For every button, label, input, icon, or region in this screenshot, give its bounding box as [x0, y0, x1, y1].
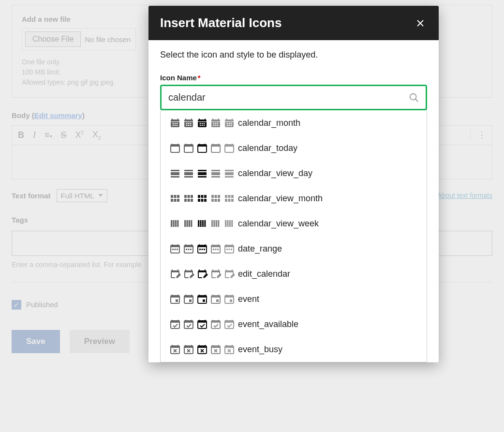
calendar_view_month-icon[interactable] — [196, 193, 208, 204]
svg-rect-115 — [215, 195, 217, 198]
icon-result-calendar_view_month[interactable]: calendar_view_month — [161, 186, 427, 211]
event_available-icon[interactable] — [196, 318, 208, 330]
calendar_month-icon[interactable] — [183, 117, 194, 129]
edit_calendar-icon[interactable] — [210, 268, 222, 280]
event_available-icon[interactable] — [183, 318, 194, 330]
svg-rect-83 — [198, 170, 207, 171]
event-icon[interactable] — [169, 293, 181, 305]
edit_calendar-icon[interactable] — [183, 268, 194, 280]
edit_calendar-icon[interactable] — [169, 268, 181, 280]
date_range-icon[interactable] — [223, 243, 235, 254]
icon-result-edit_calendar[interactable]: edit_calendar — [161, 261, 427, 286]
calendar_month-icon[interactable] — [223, 117, 235, 129]
calendar_today-icon[interactable] — [169, 142, 181, 154]
svg-rect-81 — [184, 172, 193, 175]
icon-result-label: event_available — [238, 319, 298, 330]
calendar_view_week-icon[interactable] — [196, 218, 208, 229]
calendar_view_day-icon[interactable] — [210, 167, 222, 179]
calendar_view_day-icon[interactable] — [196, 167, 208, 179]
svg-point-19 — [188, 123, 190, 124]
calendar_view_day-icon[interactable] — [223, 167, 235, 179]
icon-result-calendar_month[interactable]: calendar_month — [161, 110, 427, 135]
event_available-icon[interactable] — [169, 318, 181, 330]
svg-rect-228 — [205, 320, 206, 322]
calendar_view_day-icon[interactable] — [169, 167, 181, 179]
svg-rect-130 — [177, 220, 178, 227]
svg-rect-138 — [204, 220, 206, 227]
calendar_view_day-icon[interactable] — [183, 167, 194, 179]
calendar_view_month-icon[interactable] — [183, 193, 194, 204]
svg-rect-248 — [205, 345, 206, 347]
svg-point-10 — [173, 125, 174, 126]
svg-rect-136 — [200, 220, 201, 227]
svg-rect-163 — [199, 244, 200, 246]
edit_calendar-icon[interactable] — [196, 268, 208, 280]
date_range-icon[interactable] — [183, 243, 194, 254]
search-input[interactable] — [162, 86, 402, 109]
svg-rect-114 — [211, 195, 214, 198]
event_available-icon[interactable] — [210, 318, 222, 330]
svg-rect-85 — [198, 176, 207, 178]
icon-result-event[interactable]: event — [161, 286, 427, 312]
svg-rect-141 — [216, 220, 217, 227]
event-icon[interactable] — [223, 293, 235, 305]
svg-rect-5 — [178, 119, 178, 120]
calendar_view_month-icon[interactable] — [169, 193, 181, 204]
calendar_today-icon[interactable] — [183, 142, 194, 154]
close-icon[interactable] — [414, 16, 427, 30]
icon-result-calendar_view_day[interactable]: calendar_view_day — [161, 161, 427, 186]
svg-rect-145 — [229, 220, 231, 227]
search-icon[interactable] — [402, 92, 426, 103]
svg-rect-118 — [215, 199, 217, 202]
event_busy-icon[interactable] — [223, 343, 235, 355]
svg-rect-252 — [218, 345, 219, 347]
icon-result-date_range[interactable]: date_range — [161, 236, 427, 261]
event_busy-icon[interactable] — [196, 343, 208, 355]
svg-point-45 — [217, 125, 219, 126]
date_range-icon[interactable] — [210, 243, 222, 254]
event_available-icon[interactable] — [223, 318, 235, 330]
event_busy-icon[interactable] — [183, 343, 194, 355]
icon-search-field[interactable] — [160, 85, 427, 110]
svg-rect-235 — [226, 320, 227, 322]
svg-rect-173 — [215, 249, 217, 250]
calendar_view_week-icon[interactable] — [169, 218, 181, 229]
calendar_today-icon[interactable] — [196, 142, 208, 154]
calendar_view_week-icon[interactable] — [210, 218, 222, 229]
svg-rect-78 — [171, 172, 179, 175]
svg-rect-4 — [172, 119, 173, 120]
calendar_today-icon[interactable] — [210, 142, 222, 154]
event-icon[interactable] — [196, 293, 208, 305]
svg-point-8 — [175, 123, 176, 124]
svg-rect-84 — [198, 172, 207, 175]
svg-rect-82 — [184, 176, 193, 178]
svg-rect-26 — [199, 119, 200, 120]
icon-result-calendar_today[interactable]: calendar_today — [161, 135, 427, 161]
calendar_month-icon[interactable] — [196, 117, 208, 129]
calendar_view_week-icon[interactable] — [223, 218, 235, 229]
calendar_month-icon[interactable] — [210, 117, 222, 129]
svg-rect-185 — [191, 269, 192, 271]
date_range-icon[interactable] — [196, 243, 208, 254]
svg-point-53 — [231, 123, 232, 124]
event-icon[interactable] — [183, 293, 194, 305]
svg-rect-140 — [213, 220, 215, 227]
icon-result-event_busy[interactable]: event_busy — [161, 337, 427, 362]
calendar_view_week-icon[interactable] — [183, 218, 194, 229]
calendar_month-icon[interactable] — [169, 117, 181, 129]
event-icon[interactable] — [210, 293, 222, 305]
svg-rect-38 — [218, 119, 219, 120]
calendar_view_month-icon[interactable] — [223, 193, 235, 204]
svg-rect-179 — [226, 249, 228, 250]
icon-result-calendar_view_week[interactable]: calendar_view_week — [161, 211, 427, 236]
event_busy-icon[interactable] — [169, 343, 181, 355]
calendar_view_month-icon[interactable] — [210, 193, 222, 204]
icon-result-event_available[interactable]: event_available — [161, 312, 427, 337]
svg-rect-152 — [175, 249, 176, 250]
event_busy-icon[interactable] — [210, 343, 222, 355]
svg-rect-88 — [211, 176, 220, 178]
edit_calendar-icon[interactable] — [223, 268, 235, 280]
svg-rect-103 — [184, 199, 187, 202]
date_range-icon[interactable] — [169, 243, 181, 254]
calendar_today-icon[interactable] — [223, 142, 235, 154]
